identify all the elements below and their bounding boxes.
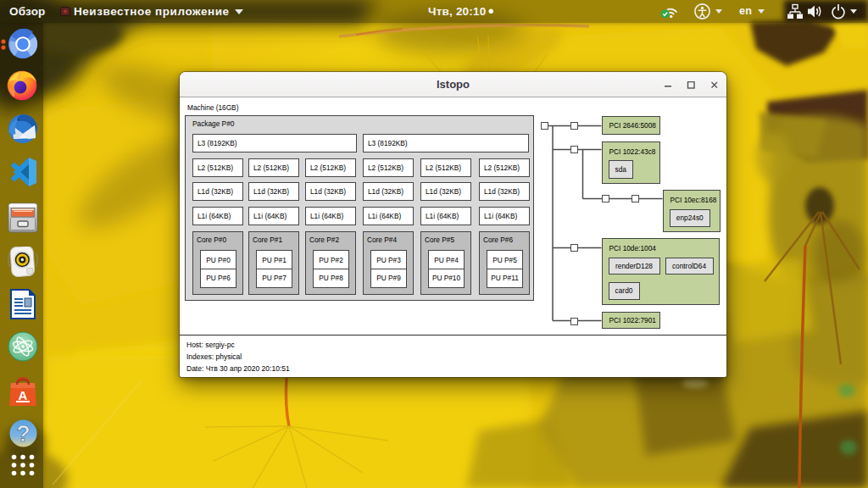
svg-text:?: ? [16,421,31,446]
svg-text:A: A [19,388,28,402]
